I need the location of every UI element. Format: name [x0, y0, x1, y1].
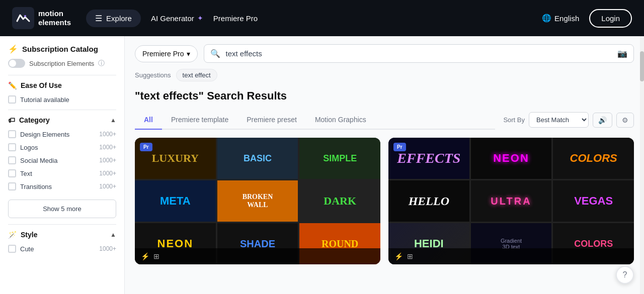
design-elements-label: Design Elements: [20, 131, 95, 138]
style-cute[interactable]: Cute 1000+: [8, 245, 116, 253]
camera-icon[interactable]: 📷: [617, 49, 627, 58]
dropdown-arrow-icon: ▾: [187, 50, 190, 58]
chevron-up-icon[interactable]: ▲: [110, 117, 116, 124]
search-icon: 🔍: [210, 49, 220, 58]
tab-motion-graphics[interactable]: Motion Graphics: [306, 111, 375, 130]
divider-2: [8, 110, 116, 110]
grid-cell-vegas: VEGAS: [553, 180, 634, 222]
grid-cell-dark: Dark: [299, 180, 380, 222]
grid-cell-broken: BROKENWALL: [217, 180, 298, 222]
tutorial-checkbox[interactable]: [8, 95, 16, 104]
explore-label: Explore: [106, 14, 132, 23]
result-card-1[interactable]: Pr LUXURY BASIC SIMPLE META BROKENWALL D…: [135, 138, 380, 264]
footer-2-lightning-icon: ⚡: [394, 252, 403, 260]
grid-cell-colors: COLORS: [553, 138, 634, 179]
footer-lightning-icon: ⚡: [141, 252, 149, 260]
card-1-footer: ⚡ ⊞: [135, 248, 380, 264]
card-2-grid: Effects NEON COLORS HELLO ULTRA VEGAS HE…: [388, 138, 634, 264]
ease-of-use-title: ✏️ Ease Of Use: [8, 81, 62, 89]
social-media-count: 1000+: [99, 157, 116, 164]
login-button[interactable]: Login: [589, 9, 632, 28]
pencil-icon: ✏️: [8, 81, 17, 89]
design-elements-checkbox[interactable]: [8, 130, 16, 138]
category-design-elements[interactable]: Design Elements 1000+: [8, 130, 116, 138]
logo[interactable]: motion elements: [12, 7, 71, 29]
help-button[interactable]: ?: [616, 266, 634, 284]
logo-text: motion elements: [38, 9, 71, 27]
category-logos[interactable]: Logos 1000+: [8, 143, 116, 151]
tab-premiere-preset[interactable]: Premiere preset: [237, 111, 306, 130]
category-list: Design Elements 1000+ Logos 1000+ Social…: [8, 130, 116, 190]
results-title: "text effects" Search Results: [135, 89, 634, 103]
explore-button[interactable]: ☰ Explore: [86, 10, 141, 27]
grid-cell-neon2: NEON: [471, 138, 552, 179]
premiere-pro-label: Premiere Pro: [213, 14, 258, 23]
category-title: 🏷 Category: [8, 116, 50, 124]
lightning-icon: ⚡: [8, 44, 18, 54]
tutorial-available-item[interactable]: Tutorial available: [8, 95, 116, 104]
tabs-container: All Premiere template Premiere preset Mo…: [135, 111, 495, 130]
grid-cell-ultra: ULTRA: [471, 180, 552, 222]
category-social-media[interactable]: Social Media 1000+: [8, 156, 116, 164]
sidebar: ⚡ Subscription Catalog Subscription Elem…: [0, 36, 125, 294]
ai-generator-link[interactable]: AI Generator ✦: [151, 14, 203, 23]
cute-checkbox[interactable]: [8, 245, 16, 253]
text-label: Text: [20, 170, 95, 177]
tab-all[interactable]: All: [135, 111, 162, 130]
logo-icon: [12, 7, 34, 29]
suggestion-chip-text-effect[interactable]: text effect: [176, 69, 217, 81]
transitions-checkbox[interactable]: [8, 182, 16, 190]
premiere-pro-link[interactable]: Premiere Pro: [213, 14, 258, 23]
grid-cell-basic: BASIC: [217, 138, 298, 179]
footer-stack-icon: ⊞: [153, 252, 159, 260]
text-checkbox[interactable]: [8, 169, 16, 177]
suggestions-row: Suggestions text effect: [135, 69, 634, 81]
search-bar-row: Premiere Pro ▾ 🔍 📷: [135, 44, 634, 63]
cute-count: 1000+: [99, 245, 116, 252]
filter-dropdown[interactable]: Premiere Pro ▾: [135, 45, 198, 62]
design-elements-count: 1000+: [99, 131, 116, 138]
scrollbar-thumb[interactable]: [640, 51, 644, 81]
settings-button[interactable]: ⚙: [616, 113, 634, 128]
scrollbar[interactable]: [640, 36, 644, 294]
sort-by-label: Sort By: [503, 116, 525, 124]
result-card-2[interactable]: Pr Effects NEON COLORS HELLO ULTRA VEGAS…: [388, 138, 634, 264]
logos-label: Logos: [20, 144, 95, 151]
sort-select[interactable]: Best Match Newest Most Popular: [529, 112, 589, 128]
style-section: 🪄 Style ▲ Cute 1000+: [8, 231, 116, 253]
header: motion elements ☰ Explore AI Generator ✦…: [0, 0, 644, 36]
divider-1: [8, 75, 116, 75]
style-chevron-up-icon[interactable]: ▲: [110, 231, 116, 238]
language-button[interactable]: 🌐 English: [542, 14, 579, 23]
logos-checkbox[interactable]: [8, 143, 16, 151]
category-text[interactable]: Text 1000+: [8, 169, 116, 177]
sort-row: Sort By Best Match Newest Most Popular 🔊…: [495, 112, 634, 130]
style-header: 🪄 Style ▲: [8, 231, 116, 239]
divider-3: [8, 224, 116, 225]
svg-point-1: [24, 15, 26, 17]
tab-premiere-template[interactable]: Premiere template: [162, 111, 237, 130]
header-right: 🌐 English Login: [542, 9, 632, 28]
language-label: English: [554, 14, 579, 23]
subscription-elements-toggle[interactable]: [8, 59, 25, 68]
search-input[interactable]: [225, 49, 612, 58]
card-1-badge: Pr: [140, 143, 152, 151]
main-content: Premiere Pro ▾ 🔍 📷 Suggestions text effe…: [125, 36, 644, 294]
ease-of-use-header: ✏️ Ease Of Use: [8, 81, 116, 89]
ai-spark-icon: ✦: [197, 14, 203, 22]
globe-icon: 🌐: [542, 14, 551, 23]
category-transitions[interactable]: Transitions 1000+: [8, 182, 116, 190]
cute-label: Cute: [20, 245, 95, 253]
search-box: 🔍 📷: [204, 44, 634, 63]
audio-toggle-button[interactable]: 🔊: [593, 113, 612, 128]
tag-icon: 🏷: [8, 116, 15, 124]
wand-icon: 🪄: [8, 231, 17, 239]
subscription-elements-toggle-row: Subscription Elements ⓘ: [8, 59, 116, 68]
tabs-sort-row: All Premiere template Premiere preset Mo…: [135, 111, 634, 130]
results-grid: Pr LUXURY BASIC SIMPLE META BROKENWALL D…: [135, 138, 634, 264]
social-media-checkbox[interactable]: [8, 156, 16, 164]
show-more-button[interactable]: Show 5 more: [8, 200, 116, 218]
footer-2-stack-icon: ⊞: [407, 252, 413, 260]
grid-cell-hello: HELLO: [388, 180, 469, 222]
info-icon[interactable]: ⓘ: [98, 59, 105, 68]
